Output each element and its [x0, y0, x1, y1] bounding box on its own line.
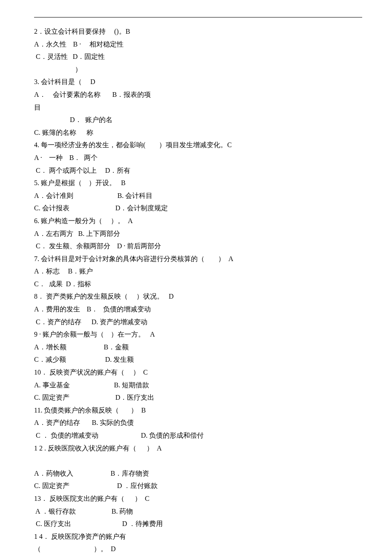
text-line: 7. 会计科目是对于会计对象的具体内容进行分类核算的（ ） A: [34, 253, 362, 264]
text-line: 6. 账户构造一般分为（ ）。 A: [34, 215, 362, 227]
text-line: C. 会计报表 D．会计制度规定: [34, 203, 362, 214]
text-line: [34, 455, 362, 466]
text-line: C．减少额 D. 发生额: [34, 354, 362, 365]
text-line: A．永久性 B · 相对稳定性: [34, 39, 362, 50]
text-line: A ．银行存款 B. 药物: [34, 506, 362, 517]
text-line: （ ）。 D: [34, 543, 362, 555]
text-line: A · 一种 B． 两个: [34, 152, 362, 163]
document-page: 2．设立会计科目要保持 ()。BA．永久性 B · 相对稳定性 C．灵活性 D．…: [0, 0, 392, 555]
text-line: C. 固定资产 D ．应付账款: [34, 480, 362, 491]
text-line: C． 发生额、余额两部分 D · 前后两部分: [34, 241, 362, 252]
text-line: C. 账簿的名称 称: [34, 127, 362, 138]
text-line: A．左右两方 B. 上下两部分: [34, 228, 362, 239]
text-line: 5. 账户是根据（ ）开设。 B: [34, 177, 362, 189]
text-line: A． 会计要素的名称 B．报表的项: [34, 89, 362, 100]
text-line: C. 医疗支出 D ．待摊费用: [34, 518, 362, 529]
text-line: C．资产的结存 D. 资产的增减变动: [34, 317, 362, 328]
text-line: 目: [34, 102, 362, 113]
text-line: A．标志 B．账户: [34, 266, 362, 277]
text-line: C． 成果 D．指标: [34, 279, 362, 290]
text-line: C. 固定资产 D．医疗支出: [34, 392, 362, 403]
text-line: 8． 资产类账户的发生额反映（ ）状况。 D: [34, 291, 362, 302]
text-line: ）: [34, 64, 362, 75]
text-line: 3. 会计科目是（ D: [34, 76, 362, 87]
text-line: 2．设立会计科目要保持 ()。B: [34, 26, 362, 37]
text-line: 11. 负债类账户的余额反映（ ） B: [34, 405, 362, 416]
text-line: C ． 负债的增减变动 D. 负债的形成和偿付: [34, 430, 362, 441]
text-line: A．会计准则 B. 会计科目: [34, 190, 362, 201]
text-line: 1 2 . 反映医院收入状况的账户有（ ） A: [34, 443, 362, 454]
text-line: C．灵活性 D．固定性: [34, 51, 362, 62]
top-rule: [34, 17, 362, 17]
text-line: D． 账户的名: [34, 114, 362, 125]
text-line: 9 · 账户的余额一般与（ ）在一方。 A: [34, 329, 362, 340]
text-line: A. 事业基金 B. 短期借款: [34, 380, 362, 391]
text-line: 13． 反映医院支出的账户有（ ） C: [34, 493, 362, 504]
text-line: A．费用的发生 B． 负债的增减变动: [34, 304, 362, 315]
text-line: A．资产的结存 B. 实际的负债: [34, 417, 362, 428]
document-content: 2．设立会计科目要保持 ()。BA．永久性 B · 相对稳定性 C．灵活性 D．…: [34, 26, 362, 555]
text-line: 10． 反映资产状况的账户有（ ） C: [34, 367, 362, 378]
text-line: C． 两个或两个以上 D．所有: [34, 165, 362, 176]
text-line: A．药物收入 B．库存物资: [34, 468, 362, 479]
text-line: A．增长额 B．金额: [34, 342, 362, 353]
text-line: 4. 每一项经济业务的发生，都会影响( ）项目发生增减变化。C: [34, 139, 362, 151]
text-line: 1 4． 反映医院净资产的账户有: [34, 531, 362, 542]
